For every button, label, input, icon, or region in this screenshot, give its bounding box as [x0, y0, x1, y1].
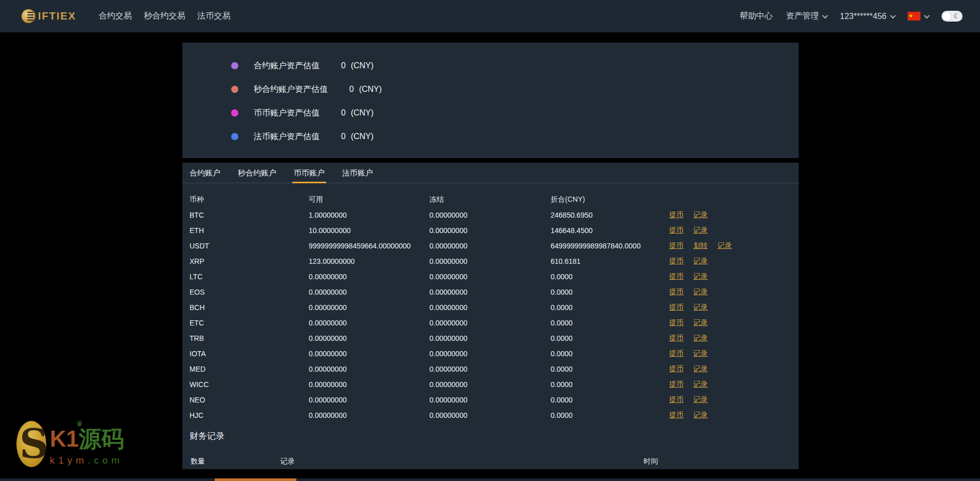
chevron-down-icon — [822, 12, 828, 18]
chevron-down-icon — [924, 12, 930, 18]
action-link-提币[interactable]: 提币 — [669, 257, 684, 266]
tab-合约账户[interactable]: 合约账户 — [190, 163, 220, 183]
chevron-down-icon — [890, 12, 896, 18]
tab-秒合约账户[interactable]: 秒合约账户 — [238, 163, 276, 183]
cell-cny: 146648.4500 — [551, 226, 669, 235]
brand-coin-icon — [22, 9, 35, 23]
action-link-记录[interactable]: 记录 — [693, 380, 708, 389]
col-amount: 数量 — [191, 457, 280, 466]
action-link-提币[interactable]: 提币 — [669, 210, 684, 220]
nav-item-contract-trade[interactable]: 合约交易 — [99, 11, 131, 22]
legend-dot-icon — [231, 133, 238, 140]
account-label: 123******456 — [840, 12, 887, 21]
action-link-记录[interactable]: 记录 — [693, 395, 708, 405]
row-actions: 提币记录 — [669, 364, 799, 374]
wallet-table: 币种 可用 冻结 折合(CNY) BTC1.000000000.00000000… — [182, 183, 799, 423]
summary-label: 合约账户资产估值 — [254, 61, 319, 71]
wallet-row-TRB: TRB0.000000000.000000000.0000提币记录 — [182, 331, 799, 346]
cell-coin: ETC — [190, 319, 309, 327]
cell-cny: 246850.6950 — [551, 211, 669, 219]
theme-toggle[interactable]: ☾ — [941, 11, 963, 22]
cell-coin: USDT — [190, 242, 309, 250]
action-link-提币[interactable]: 提币 — [669, 272, 684, 281]
action-link-记录[interactable]: 记录 — [693, 210, 708, 220]
brand-logo[interactable]: IFTIEX — [22, 9, 76, 23]
assets-menu-label: 资产管理 — [786, 11, 819, 22]
action-link-提币[interactable]: 提币 — [669, 334, 684, 343]
action-link-提币[interactable]: 提币 — [669, 226, 684, 235]
moon-icon: ☾ — [953, 11, 960, 21]
cell-available: 0.00000000 — [309, 288, 429, 296]
action-link-提币[interactable]: 提币 — [669, 411, 684, 420]
row-actions: 提币记录 — [669, 303, 799, 312]
cell-cny: 0.0000 — [551, 350, 669, 358]
wallet-table-header: 币种 可用 冻结 折合(CNY) — [182, 192, 799, 207]
action-link-提币[interactable]: 提币 — [669, 395, 684, 405]
action-link-记录[interactable]: 记录 — [693, 303, 708, 312]
cell-coin: NEO — [190, 396, 309, 404]
action-link-记录[interactable]: 记录 — [693, 287, 708, 297]
action-link-记录[interactable]: 记录 — [693, 272, 708, 281]
cell-coin: XRP — [190, 257, 309, 265]
row-actions: 提币记录 — [669, 395, 799, 405]
action-link-提币[interactable]: 提币 — [669, 287, 684, 297]
language-menu[interactable] — [908, 12, 928, 21]
action-link-记录[interactable]: 记录 — [693, 334, 708, 343]
action-link-记录[interactable]: 记录 — [718, 241, 732, 251]
action-link-提币[interactable]: 提币 — [669, 318, 684, 328]
help-center-link[interactable]: 帮助中心 — [740, 11, 772, 22]
cell-frozen: 0.00000000 — [429, 257, 551, 265]
bottom-bar-accent — [215, 478, 296, 481]
cell-frozen: 0.00000000 — [429, 211, 551, 219]
action-link-提币[interactable]: 提币 — [669, 380, 684, 389]
brand-name: IFTIEX — [38, 10, 76, 22]
action-link-划转[interactable]: 划转 — [693, 241, 708, 251]
account-menu[interactable]: 123******456 — [840, 12, 894, 21]
action-link-提币[interactable]: 提币 — [669, 349, 684, 358]
cell-cny: 0.0000 — [551, 411, 669, 419]
cell-frozen: 0.00000000 — [429, 334, 551, 342]
summary-value: 0 — [349, 85, 354, 94]
nav-item-fiat-trade[interactable]: 法币交易 — [197, 11, 230, 22]
cell-frozen: 0.00000000 — [429, 380, 551, 389]
cell-available: 0.00000000 — [309, 365, 429, 373]
action-link-提币[interactable]: 提币 — [669, 364, 684, 374]
action-link-记录[interactable]: 记录 — [693, 226, 708, 235]
tab-币币账户[interactable]: 币币账户 — [294, 163, 325, 183]
wallet-row-ETH: ETH10.000000000.00000000146648.4500提币记录 — [182, 223, 799, 238]
summary-value: 0 — [341, 108, 346, 118]
cell-coin: EOS — [190, 288, 309, 296]
row-actions: 提币记录 — [669, 334, 799, 343]
cell-cny: 0.0000 — [551, 303, 669, 312]
row-actions: 提币记录 — [669, 272, 799, 281]
summary-label: 法币账户资产估值 — [254, 131, 319, 142]
cell-frozen: 0.00000000 — [429, 303, 551, 312]
action-link-记录[interactable]: 记录 — [693, 257, 708, 266]
row-actions: 提币记录 — [669, 380, 799, 389]
cell-cny: 0.0000 — [551, 273, 669, 281]
col-time: 时间 — [644, 457, 799, 466]
nav-item-second-contract-trade[interactable]: 秒合约交易 — [144, 11, 185, 22]
main-content: 合约账户资产估值0(CNY)秒合约账户资产估值0(CNY)币币账户资产估值0(C… — [182, 43, 799, 469]
cell-cny: 649999999989987840.0000 — [551, 242, 669, 250]
cell-available: 10.00000000 — [309, 226, 429, 235]
action-link-提币[interactable]: 提币 — [669, 241, 684, 251]
row-actions: 提币记录 — [669, 226, 799, 235]
action-link-提币[interactable]: 提币 — [669, 303, 684, 312]
summary-label: 秒合约账户资产估值 — [254, 84, 328, 95]
cell-coin: BCH — [190, 303, 309, 312]
action-link-记录[interactable]: 记录 — [693, 318, 708, 328]
tab-法币账户[interactable]: 法币账户 — [342, 163, 373, 183]
wallet-row-XRP: XRP123.000000000.00000000610.6181提币记录 — [182, 254, 799, 269]
action-link-记录[interactable]: 记录 — [693, 364, 708, 374]
assets-menu[interactable]: 资产管理 — [786, 11, 826, 22]
summary-unit: (CNY) — [359, 85, 382, 94]
cell-cny: 0.0000 — [551, 288, 669, 296]
top-navbar: IFTIEX 合约交易 秒合约交易 法币交易 帮助中心 资产管理 123****… — [0, 0, 980, 32]
cell-coin: ETH — [190, 226, 309, 235]
action-link-记录[interactable]: 记录 — [693, 411, 708, 420]
china-flag-icon — [908, 12, 920, 21]
action-link-记录[interactable]: 记录 — [693, 349, 708, 358]
cell-available: 0.00000000 — [309, 273, 429, 281]
cell-frozen: 0.00000000 — [429, 365, 551, 373]
